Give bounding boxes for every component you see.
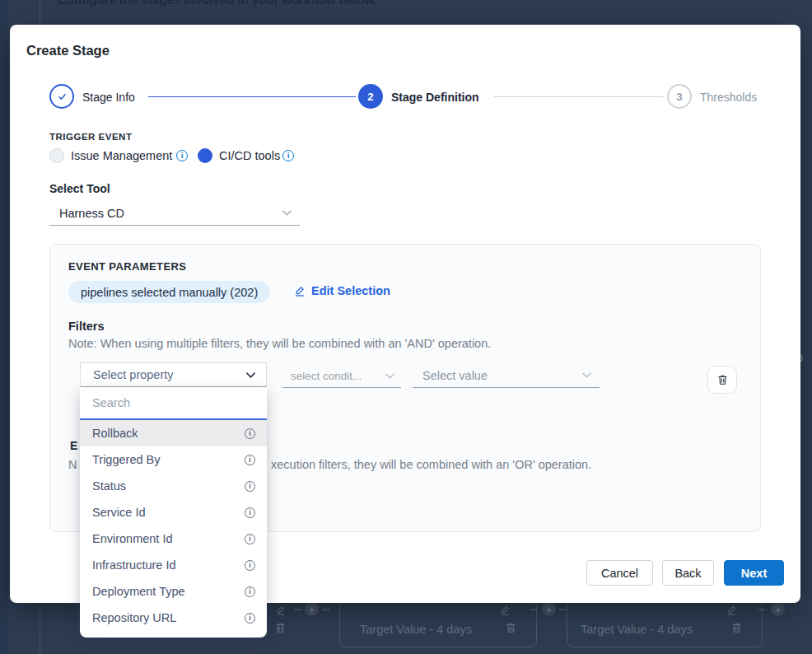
- dropdown-item-deployment-type[interactable]: Deployment Type: [80, 578, 267, 605]
- step-number: 3: [676, 91, 683, 103]
- edit-selection-label: Edit Selection: [311, 284, 390, 297]
- property-dropdown: Rollback Triggered By Status Service Id …: [80, 387, 267, 638]
- condition-select-placeholder: select condit...: [291, 370, 362, 382]
- value-select[interactable]: Select value: [413, 363, 600, 388]
- edit-pencil-icon: [500, 604, 511, 615]
- filters-heading: Filters: [68, 320, 105, 333]
- trash-icon: [717, 374, 728, 385]
- step-stage-info[interactable]: [49, 84, 74, 109]
- tool-select-value: Harness CD: [59, 207, 124, 220]
- connector-dash: [559, 609, 566, 610]
- step-thresholds-label: Thresholds: [700, 91, 757, 104]
- check-icon: [56, 91, 68, 103]
- info-icon[interactable]: [245, 507, 255, 518]
- connector-dash: [323, 609, 329, 610]
- property-select-placeholder: Select property: [93, 368, 174, 381]
- event-parameters-heading: EVENT PARAMETERS: [68, 260, 186, 273]
- info-icon[interactable]: [245, 455, 255, 465]
- tool-select[interactable]: Harness CD: [49, 201, 300, 226]
- step-stage-info-label: Stage Info: [82, 91, 135, 104]
- filters-note: Note: When using multiple filters, they …: [68, 337, 491, 350]
- chevron-down-icon: [582, 372, 591, 378]
- search-input[interactable]: [80, 387, 267, 418]
- stepper-connector-upcoming: [494, 96, 664, 97]
- dropdown-item-infrastructure-id[interactable]: Infrastructure Id: [80, 552, 267, 578]
- modal-title: Create Stage: [26, 43, 110, 58]
- info-icon[interactable]: [176, 150, 188, 161]
- chevron-down-icon: [246, 372, 255, 378]
- dropdown-item-service-id[interactable]: Service Id: [80, 499, 267, 526]
- trash-icon: [731, 622, 742, 633]
- step-stage-definition-label: Stage Definition: [391, 91, 479, 104]
- edit-pencil-icon: [294, 285, 306, 297]
- edit-pencil-icon: [726, 604, 737, 615]
- dropdown-item-rollback[interactable]: Rollback: [80, 420, 267, 446]
- dropdown-item-status[interactable]: Status: [80, 473, 267, 499]
- background-divider-top: [40, 0, 40, 25]
- background-divider-bottom: [40, 603, 40, 654]
- dropdown-item-repository-url[interactable]: Repository URL: [80, 605, 267, 631]
- dropdown-item-triggered-by[interactable]: Triggered By: [80, 446, 267, 473]
- step-stage-definition[interactable]: 2: [358, 84, 383, 109]
- connector-dash: [530, 609, 537, 610]
- trash-icon: [275, 622, 286, 633]
- info-icon[interactable]: [245, 428, 255, 439]
- dropdown-search: [80, 387, 267, 420]
- target-value-label: Target Value - 4 days: [360, 623, 472, 636]
- trigger-event-label: TRIGGER EVENT: [49, 132, 132, 142]
- background-page-subtitle: Configure the stages involved in your wo…: [58, 0, 377, 7]
- step-number: 2: [367, 91, 374, 103]
- property-select[interactable]: Select property: [80, 362, 267, 387]
- execution-filters-heading-fragment: E: [70, 439, 77, 452]
- pipelines-selected-chip: pipelines selected manually (202): [68, 281, 270, 303]
- radio-cicd-tools-label: CI/CD tools: [219, 149, 280, 162]
- radio-cicd-tools[interactable]: [198, 148, 212, 163]
- next-button[interactable]: Next: [724, 560, 784, 586]
- delete-filter-button[interactable]: [707, 366, 737, 394]
- value-select-placeholder: Select value: [422, 369, 488, 382]
- dropdown-item-environment-id[interactable]: Environment Id: [80, 526, 267, 552]
- info-icon[interactable]: [245, 534, 255, 544]
- screen: Configure the stages involved in your wo…: [0, 0, 812, 654]
- radio-issue-management[interactable]: [49, 148, 64, 163]
- execution-note-fragment: xecution filters, they will be combined …: [271, 458, 591, 471]
- radio-issue-management-label: Issue Management: [71, 149, 172, 162]
- add-stage-plus-icon: [771, 602, 785, 616]
- background-sidebar-edge: [0, 0, 8, 654]
- add-stage-plus-icon: [542, 602, 556, 616]
- connector-dash: [758, 609, 764, 610]
- stepper-connector-done: [148, 96, 356, 97]
- info-icon[interactable]: [245, 613, 255, 624]
- execution-note-fragment-start: N: [68, 458, 77, 471]
- target-value-label: Target Value - 4 days: [581, 623, 693, 636]
- select-tool-label: Select Tool: [49, 182, 110, 195]
- back-button[interactable]: Back: [662, 560, 714, 586]
- create-stage-modal: Create Stage Stage Info 2 Stage Definiti…: [10, 25, 800, 603]
- chevron-down-icon: [282, 210, 292, 216]
- condition-select[interactable]: select condit...: [282, 365, 401, 388]
- trash-icon: [506, 622, 516, 633]
- info-icon[interactable]: [282, 150, 294, 161]
- step-thresholds[interactable]: 3: [667, 84, 692, 109]
- info-icon[interactable]: [245, 560, 255, 571]
- info-icon[interactable]: [245, 481, 255, 492]
- connector-dash: [295, 609, 301, 610]
- add-stage-plus-icon: [305, 602, 319, 616]
- cancel-button[interactable]: Cancel: [586, 560, 653, 586]
- info-icon[interactable]: [245, 586, 255, 597]
- chevron-down-icon: [385, 373, 394, 379]
- edit-pencil-icon: [275, 604, 286, 615]
- edit-selection-link[interactable]: Edit Selection: [294, 284, 390, 297]
